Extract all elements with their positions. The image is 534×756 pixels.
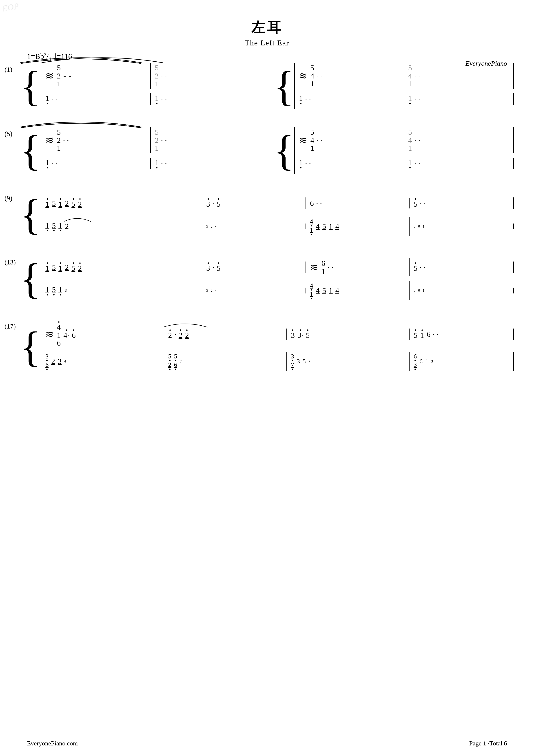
note-3b: 3 — [297, 358, 300, 364]
measure-7-upper: ≋ 5 4 1 - - — [295, 127, 404, 153]
arc-1-lower — [20, 56, 141, 64]
n-4-dot-17: 4· — [64, 329, 69, 339]
dash-20: - — [433, 332, 434, 337]
dash1: - — [328, 265, 329, 269]
measure-9-upper: 1 5 1 2 — [41, 198, 202, 209]
chord-541-m4: 5 4 1 — [408, 64, 412, 88]
note-4-17l: 4 — [64, 359, 66, 364]
note-3-20l: 3 — [431, 359, 433, 364]
brace-2: { — [274, 63, 294, 109]
note-6: 6 — [72, 331, 76, 339]
rest-dash-3: - — [161, 74, 163, 78]
note-5: 5 — [322, 222, 326, 230]
dash-l4: - — [165, 97, 166, 101]
note-val: 1 — [299, 158, 303, 167]
note-val: 1 — [45, 94, 49, 102]
note-7: 7 — [291, 361, 294, 368]
system-3: (9) { 1 5 — [20, 192, 514, 238]
measure-16-upper: 5 - - — [410, 261, 514, 273]
note-2: 2 — [65, 199, 69, 207]
measure-2-lower: 1 - - — [151, 93, 260, 105]
dot-top-1 — [47, 198, 48, 200]
lower-staff-2l: 1 - - 1 — [41, 153, 260, 174]
arp-17: ≋ — [45, 329, 54, 339]
dash2: - — [321, 74, 322, 78]
dash2: - — [419, 161, 420, 166]
note-1: 1 — [311, 144, 314, 152]
chord-41-17: 4 1 6 — [57, 321, 61, 347]
sys3-lower: 1 5 1 2 — [41, 215, 514, 238]
measure-3-upper: ≋ 5 4 1 - - — [295, 63, 404, 89]
dash2-20: - — [437, 332, 438, 337]
n-1-2-l13: 1 — [59, 285, 62, 295]
note-4: 4 — [408, 136, 412, 144]
note-0: 0 — [414, 288, 415, 292]
notes-16u: 5 - - — [414, 262, 425, 272]
note-4: 4 — [310, 218, 313, 225]
sys5-lower: 3 6 2 3 4 — [41, 349, 514, 374]
note-4b: 4 — [316, 286, 320, 295]
measure-9-lower: 1 5 1 2 — [41, 221, 202, 232]
n-1-dot: 1 — [45, 198, 49, 208]
measure-13-lower: 1 5 1 3 — [41, 285, 202, 296]
note-5: 5 — [408, 64, 412, 72]
n-3-19l: 3 — [297, 358, 300, 364]
dot-below2 — [311, 234, 312, 235]
measure-15-upper: ≋ 6 1 - - — [306, 258, 410, 276]
note-3-l13: 3 — [65, 288, 67, 292]
note-1: 1 — [321, 267, 325, 276]
score-body: (1) { ≋ — [0, 63, 534, 374]
measure-2-upper: 5 2 1 - - — [151, 63, 260, 89]
notes-r1u-2: 5 4 1 - - — [408, 64, 420, 88]
half-left-2: { ≋ 5 2 1 — [20, 127, 260, 174]
notes-2u-1: ≋ 5 2 1 - - — [45, 128, 68, 152]
brace-7: { — [20, 320, 41, 374]
note-2: 2 — [211, 225, 213, 229]
n-4-l11: 4 — [316, 222, 320, 230]
notes-18u: 2 - 2 2 — [168, 329, 189, 339]
note-5: 5 — [414, 331, 418, 339]
dt-13-3 — [73, 262, 74, 264]
n-1-l13: 1 — [45, 285, 49, 295]
n-5-dot-14: 5 — [216, 262, 220, 272]
measure-1-lower: 1 - - — [41, 93, 151, 105]
note-3: 3 — [206, 264, 210, 272]
measure-5-lower: 1 - - — [41, 158, 151, 169]
n-1-2-13: 1 — [59, 262, 62, 272]
n-5-18l: 5 6 — [174, 353, 177, 370]
upper-staff-r1: ≋ 5 4 1 - - — [295, 63, 514, 89]
measure-14-upper: 3 - 5 — [202, 261, 306, 273]
note-2: 2 — [155, 136, 159, 144]
staves-2: ≋ 5 4 1 - - — [294, 63, 514, 109]
notes-19l: 3 7 3 5 7 — [291, 353, 310, 370]
notes-11l: 4 1 4 5 1 — [310, 218, 339, 235]
dash1: - — [415, 74, 416, 78]
brace-4: { — [274, 127, 294, 174]
dt-13-2 — [60, 262, 61, 264]
notes-20l: 6 3 6 1 3 — [414, 353, 433, 370]
arpeggio-4: ≋ — [299, 135, 307, 145]
arc-4-lower — [20, 121, 141, 128]
note-4: 4 — [57, 323, 61, 331]
dash-l3: - — [161, 97, 163, 101]
n-4-2-l15: 4 — [335, 286, 339, 295]
dt-17-4 — [65, 329, 67, 331]
upper-staff-1: ≋ 5 2 1 - - — [41, 63, 260, 89]
note-1-2: 1 — [59, 264, 62, 272]
note-val: 1 — [408, 158, 412, 167]
n-5-l11: 5 — [322, 222, 326, 230]
note-4b: 4 — [316, 222, 320, 230]
note-5: 5 — [52, 199, 56, 207]
dash2: - — [419, 138, 420, 142]
note-5: 5 — [216, 264, 220, 272]
dot-below — [156, 167, 158, 169]
dot-below — [60, 230, 61, 231]
measure-5-upper: ≋ 5 2 1 - - — [41, 127, 151, 153]
note-4-2: 4 — [335, 286, 339, 295]
n-2-2-13: 2 — [78, 262, 82, 272]
dash2: - — [332, 265, 333, 269]
notes-12l: 0 0 1 — [414, 225, 424, 229]
dt-19-2 — [300, 329, 301, 331]
dot-below — [53, 230, 55, 231]
measure-4-upper: 5 4 1 - - — [404, 63, 514, 89]
